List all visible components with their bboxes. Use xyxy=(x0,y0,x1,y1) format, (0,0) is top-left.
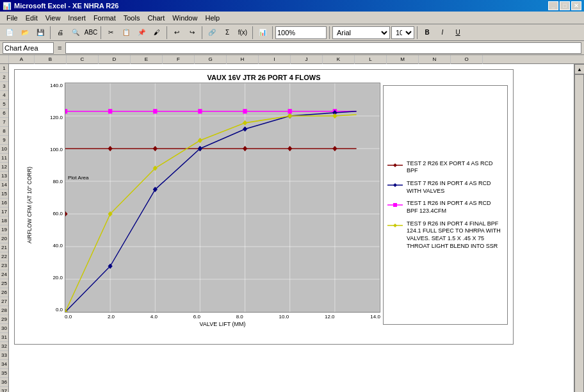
svg-marker-20 xyxy=(332,146,337,151)
redo-button[interactable]: ↪ xyxy=(185,26,199,40)
row-11: 11 xyxy=(0,154,8,163)
svg-marker-16 xyxy=(153,146,158,151)
y-tick-0: 0.0 xyxy=(44,307,63,313)
y-tick-40: 40.0 xyxy=(44,243,63,249)
col-header-g: G xyxy=(195,55,227,64)
col-header-b: B xyxy=(35,55,67,64)
row-25: 25 xyxy=(0,279,8,288)
row-4: 4 xyxy=(0,91,8,100)
menu-window[interactable]: Window xyxy=(168,13,201,23)
menu-edit[interactable]: Edit xyxy=(22,13,42,23)
col-header-a: A xyxy=(9,55,35,64)
scroll-up-button[interactable]: ▲ xyxy=(574,64,584,74)
svg-marker-14 xyxy=(65,211,68,216)
svg-marker-41 xyxy=(332,113,337,118)
spreadsheet-area: A B C D E F G H I J K L M N O 1 2 3 4 5 … xyxy=(0,55,584,392)
row-30: 30 xyxy=(0,324,8,333)
legend-line-test7 xyxy=(387,181,403,189)
formula-input[interactable] xyxy=(65,42,581,54)
row-27: 27 xyxy=(0,297,8,306)
row-7: 7 xyxy=(0,118,8,127)
menu-file[interactable]: File xyxy=(3,13,22,23)
zoom-box[interactable] xyxy=(275,26,327,39)
col-header-k: K xyxy=(323,55,355,64)
underline-button[interactable]: U xyxy=(451,26,465,40)
row-31: 31 xyxy=(0,333,8,342)
row-1: 1 xyxy=(0,64,8,73)
legend-line-test2 xyxy=(387,161,403,169)
font-size-selector[interactable]: 10 xyxy=(391,26,414,39)
row-22: 22 xyxy=(0,252,8,261)
maximize-button[interactable]: □ xyxy=(560,1,570,10)
legend-item-test2: TEST 2 R26 EX PORT 4 AS RCD BPF xyxy=(387,160,503,175)
undo-button[interactable]: ↩ xyxy=(170,26,184,40)
svg-marker-39 xyxy=(243,120,247,126)
menu-tools[interactable]: Tools xyxy=(120,13,144,23)
cells-area[interactable]: VAUX 16V JTR 26 PORT 4 FLOWS AIRFLOW CFM… xyxy=(9,64,574,392)
svg-marker-19 xyxy=(288,146,292,151)
col-header-o: O xyxy=(451,55,483,64)
row-19: 19 xyxy=(0,225,8,234)
save-button[interactable]: 💾 xyxy=(33,26,47,40)
format-painter[interactable]: 🖌 xyxy=(150,26,164,40)
svg-marker-45 xyxy=(393,183,397,187)
col-header-i: I xyxy=(259,55,291,64)
row-13: 13 xyxy=(0,172,8,181)
chart-button[interactable]: 📊 xyxy=(256,26,270,40)
chart-plot[interactable]: Plot Area xyxy=(65,83,380,313)
autosum-button[interactable]: Σ xyxy=(220,26,234,40)
menu-help[interactable]: Help xyxy=(201,13,223,23)
chart-svg xyxy=(65,83,380,312)
x-tick-12: 12.0 xyxy=(325,314,335,320)
row-26: 26 xyxy=(0,288,8,297)
toolbar-sep-4 xyxy=(202,26,202,39)
new-button[interactable]: 📄 xyxy=(3,26,17,40)
open-button[interactable]: 📂 xyxy=(18,26,32,40)
x-tick-14: 14.0 xyxy=(370,314,380,320)
row-2: 2 xyxy=(0,73,8,82)
preview-button[interactable]: 🔍 xyxy=(69,26,83,40)
menu-insert[interactable]: Insert xyxy=(64,13,90,23)
formula-bar: = xyxy=(0,41,584,55)
menu-format[interactable]: Format xyxy=(90,13,120,23)
print-button[interactable]: 🖨 xyxy=(53,26,67,40)
row-5: 5 xyxy=(0,100,8,109)
copy-button[interactable]: 📋 xyxy=(119,26,133,40)
toolbar-sep-5 xyxy=(252,26,253,39)
menu-chart[interactable]: Chart xyxy=(143,13,168,23)
chart-wrapper[interactable]: VAUX 16V JTR 26 PORT 4 FLOWS AIRFLOW CFM… xyxy=(14,69,514,345)
title-bar-icon: 📊 xyxy=(3,2,12,10)
scroll-thumb[interactable] xyxy=(574,74,584,392)
row-8: 8 xyxy=(0,127,8,136)
paste-button[interactable]: 📌 xyxy=(134,26,149,40)
svg-rect-23 xyxy=(153,109,157,113)
corner-cell xyxy=(0,55,9,63)
font-selector[interactable]: Arial xyxy=(332,26,390,39)
toolbar-sep-2 xyxy=(101,26,101,39)
insert-hyperlink[interactable]: 🔗 xyxy=(205,26,219,40)
spellcheck-button[interactable]: ABC xyxy=(84,26,98,40)
col-header-j: J xyxy=(291,55,323,64)
col-headers: A B C D E F G H I J K L M N O xyxy=(0,55,584,64)
toolbar-1: 📄 📂 💾 🖨 🔍 ABC ✂ 📋 📌 🖌 ↩ ↪ 🔗 Σ f(x) 📊 Ari… xyxy=(0,24,584,41)
name-box[interactable] xyxy=(3,42,54,54)
italic-button[interactable]: I xyxy=(435,26,450,40)
svg-marker-18 xyxy=(243,146,247,151)
svg-marker-32 xyxy=(243,126,247,131)
menu-view[interactable]: View xyxy=(42,13,65,23)
row-9: 9 xyxy=(0,136,8,145)
sort-asc-button[interactable]: f(x) xyxy=(236,26,250,40)
svg-rect-25 xyxy=(243,109,247,113)
row-14: 14 xyxy=(0,181,8,190)
col-header-n: N xyxy=(419,55,451,64)
row-17: 17 xyxy=(0,208,8,216)
row-12: 12 xyxy=(0,163,8,172)
cut-button[interactable]: ✂ xyxy=(104,26,118,40)
close-button[interactable]: ✕ xyxy=(571,1,581,10)
svg-marker-43 xyxy=(393,163,397,167)
row-36: 36 xyxy=(0,378,8,387)
minimize-button[interactable]: _ xyxy=(548,1,558,10)
bold-button[interactable]: B xyxy=(420,26,434,40)
svg-rect-21 xyxy=(65,109,67,113)
vertical-scrollbar[interactable]: ▲ ▼ xyxy=(574,64,584,392)
